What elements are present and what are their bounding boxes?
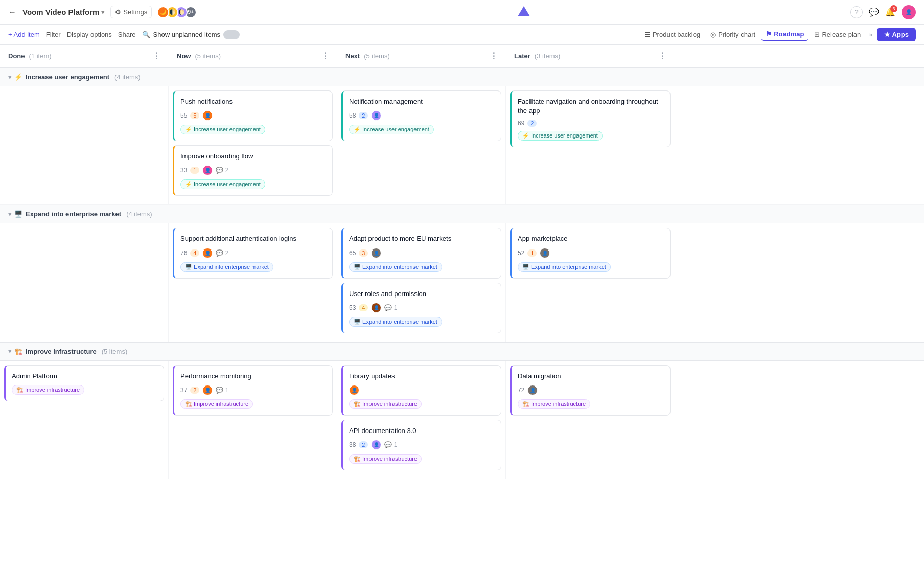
card-title: API documentation 3.0 [349,426,495,436]
priority-chart-button[interactable]: ◎ Priority chart [706,29,759,40]
card-tag[interactable]: 🖥️ Expand into enterprise market [349,262,442,272]
card-tag[interactable]: 🖥️ Expand into enterprise market [349,317,442,327]
card-tag[interactable]: 🏗️ Improve infrastructure [518,399,590,409]
col-done-label: Done [8,52,25,60]
settings-button[interactable]: ⚙ Settings [110,6,152,18]
more-views-button[interactable]: » [867,29,874,40]
col-done-count: (1 item) [29,52,52,60]
unplanned-toggle-switch[interactable] [223,30,240,39]
back-button[interactable]: ← [8,8,16,17]
group-engagement[interactable]: ▾ ⚡ Increase user engagement (4 items) [0,67,924,86]
card-num: 37 [180,387,187,394]
group-enterprise-label: Expand into enterprise market [26,210,121,218]
group-engagement-content: Push notifications 55 5 👤 ⚡ Increase use… [0,86,924,205]
avatar: 👤 [202,110,213,121]
card-meta: 69 2 [518,120,664,127]
card-tag[interactable]: ⚡ Increase user engagement [180,125,265,134]
card-push-notifications[interactable]: Push notifications 55 5 👤 ⚡ Increase use… [173,90,333,141]
card-tag[interactable]: ⚡ Increase user engagement [349,125,434,134]
card-tag[interactable]: ⚡ Increase user engagement [180,179,265,189]
card-title: Admin Platform [12,372,157,381]
card-num: 53 [349,304,356,311]
col-now-more[interactable]: ⋮ [321,51,329,61]
card-meta: 72 👤 [518,385,664,395]
show-unplanned-label: Show unplanned items [153,31,221,38]
card-eu-markets[interactable]: Adapt product to more EU markets 65 3 👤 … [341,228,501,278]
group-enterprise[interactable]: ▾ 🖥️ Expand into enterprise market (4 it… [0,205,924,223]
card-improve-onboarding[interactable]: Improve onboarding flow 33 1 👤 💬 2 ⚡ Inc… [173,145,333,196]
notification-button[interactable]: 🔔 3 [885,7,895,17]
user-avatars[interactable]: 🌙 🌓 🌔 9+ [160,6,197,18]
card-performance-monitoring[interactable]: Performance monitoring 37 2 👤 💬 1 🏗️ Imp… [173,365,333,416]
card-num: 38 [349,441,356,448]
card-tag[interactable]: 🏗️ Improve infrastructure [349,454,422,464]
card-meta: 58 2 👤 [349,110,495,121]
chat-button[interactable]: 💬 [869,7,879,17]
card-facilitate-navigation[interactable]: Facilitate navigation and onboarding thr… [510,90,671,147]
card-tag[interactable]: ⚡ Increase user engagement [518,131,603,141]
add-item-button[interactable]: + Add item [8,31,40,38]
card-title: Improve onboarding flow [180,152,326,161]
comment-count: 💬 1 [384,304,397,311]
release-plan-button[interactable]: ⊞ Release plan [810,29,865,40]
group-engagement-icon: ⚡ [14,73,22,81]
card-api-documentation[interactable]: API documentation 3.0 38 2 👤 💬 1 🏗️ Impr… [341,420,501,470]
help-button[interactable]: ? [850,6,863,18]
group-infrastructure[interactable]: ▾ 🏗️ Improve infrastructure (5 items) [0,342,924,361]
card-app-marketplace[interactable]: App marketplace 52 1 👤 🖥️ Expand into en… [510,228,671,278]
card-tag[interactable]: 🖥️ Expand into enterprise market [518,262,611,272]
column-headers: Done (1 item) ⋮ Now (5 items) ⋮ Next (5 … [0,45,924,67]
card-tag[interactable]: 🏗️ Improve infrastructure [12,385,84,395]
card-admin-platform[interactable]: Admin Platform 🏗️ Improve infrastructure [4,365,164,401]
card-title: Push notifications [180,97,326,106]
card-tag[interactable]: 🏗️ Improve infrastructure [349,399,422,409]
card-title: Support additional authentication logins [180,234,326,243]
avatar: 👤 [371,110,381,121]
card-badge: 3 [359,249,368,257]
card-title: Library updates [349,372,495,381]
col-later-more[interactable]: ⋮ [658,51,666,61]
show-unplanned-toggle[interactable]: 🔍 Show unplanned items [142,30,240,39]
avatar: 👤 [202,165,213,175]
card-notification-management[interactable]: Notification management 58 2 👤 ⚡ Increas… [341,90,501,141]
card-avatars: 👤 [371,303,381,313]
col-done-more[interactable]: ⋮ [152,51,160,61]
search-icon: 🔍 [142,31,150,38]
group-enterprise-content: Support additional authentication logins… [0,223,924,342]
apps-button[interactable]: ★ Apps [877,28,916,41]
roadmap-button[interactable]: ⚑ Roadmap [761,28,808,41]
col-header-later: Later (3 items) ⋮ [506,45,675,67]
engagement-next-col: Notification management 58 2 👤 ⚡ Increas… [337,86,506,204]
display-options-button[interactable]: Display options [67,31,112,38]
card-num: 72 [518,387,524,394]
card-title: User roles and permission [349,289,495,299]
card-badge: 4 [190,249,199,257]
app-title[interactable]: Voom Video Platform ▾ [22,8,104,16]
card-meta: 65 3 👤 [349,248,495,258]
avatar: 👤 [349,385,359,395]
card-data-migration[interactable]: Data migration 72 👤 🏗️ Improve infrastru… [510,365,671,416]
share-button[interactable]: Share [118,31,136,38]
card-tag[interactable]: 🏗️ Improve infrastructure [180,399,253,409]
card-user-roles[interactable]: User roles and permission 53 4 👤 💬 1 🖥️ … [341,283,501,333]
group-infrastructure-content: Admin Platform 🏗️ Improve infrastructure… [0,361,924,479]
app-logo-icon [517,5,531,19]
card-auth-logins[interactable]: Support additional authentication logins… [173,228,333,278]
product-backlog-button[interactable]: ☰ Product backlog [640,29,704,40]
avatar: 👤 [527,385,538,395]
card-meta: 38 2 👤 💬 1 [349,440,495,450]
card-avatars: 👤 [527,385,538,395]
card-tag[interactable]: 🖥️ Expand into enterprise market [180,262,273,272]
user-avatar[interactable]: 👤 [902,5,916,19]
enterprise-done-col [0,223,169,341]
col-header-next: Next (5 items) ⋮ [337,45,506,67]
col-next-more[interactable]: ⋮ [490,51,498,61]
card-meta: 37 2 👤 💬 1 [180,385,326,395]
card-avatars: 👤 [202,385,213,395]
filter-button[interactable]: Filter [46,31,61,38]
card-library-updates[interactable]: Library updates 👤 🏗️ Improve infrastruct… [341,365,501,416]
release-icon: ⊞ [814,31,820,38]
card-title: App marketplace [518,234,664,243]
card-num: 52 [518,249,524,257]
avatar: 👤 [202,248,213,258]
